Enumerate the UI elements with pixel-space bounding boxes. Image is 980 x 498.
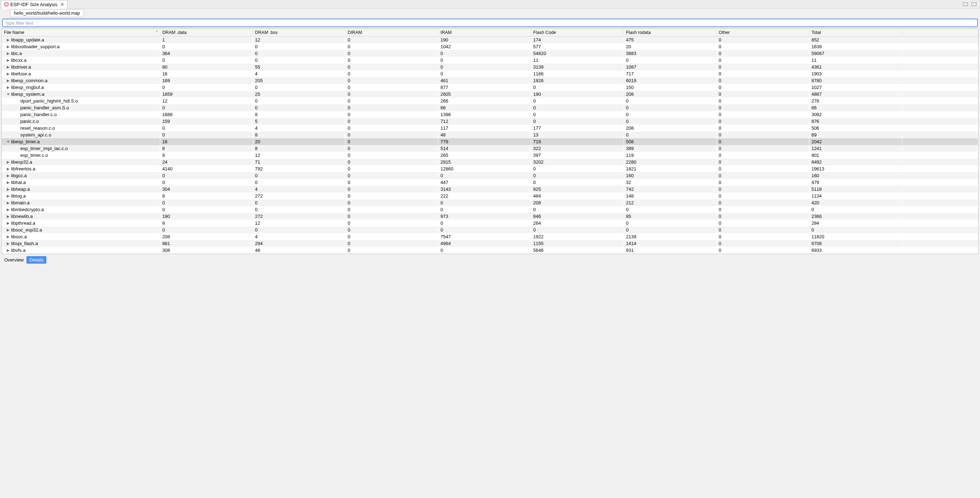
cell-value: 0 [438,50,531,57]
table-row[interactable]: reset_reason.c.o0401171772080506 [2,124,978,131]
cell-value: 0 [253,43,345,50]
chevron-right-icon[interactable]: ▶ [6,248,10,252]
cell-value: 0 [160,179,253,186]
col-header-flash-code[interactable]: Flash Code [531,29,624,37]
table-row[interactable]: ▶libefuse.a16400116671701903 [2,70,978,77]
table-row[interactable]: panic.c.o15950712000876 [2,118,978,124]
chevron-right-icon[interactable]: ▶ [6,201,10,205]
close-icon[interactable]: ✕ [60,2,64,7]
cell-value: 59067 [809,50,902,57]
cell-value: 3202 [531,159,624,165]
chevron-right-icon[interactable]: ▶ [6,228,10,232]
table-row[interactable]: ▶libapp_update.a11201901744750852 [2,37,978,43]
chevron-right-icon[interactable]: ▶ [6,65,10,69]
chevron-right-icon[interactable]: ▶ [6,72,10,76]
cell-value: 2280 [624,159,716,165]
table-row[interactable]: dport_panic_highint_hdl.S.o1200266000278 [2,97,978,104]
file-name: libpthread.a [11,220,35,226]
table-row[interactable]: ▶libpthread.a8120026400284 [2,220,978,227]
table-row[interactable]: ▶libvfs.a3084800564693106933 [2,247,978,254]
chevron-right-icon[interactable]: ▶ [6,221,10,225]
cell-value: 0 [624,97,716,104]
cell-value: 8 [160,145,253,152]
table-row[interactable]: ▼libesp_timer.a1620077971950802042 [2,138,978,145]
tab-overview[interactable]: Overview [2,256,26,263]
table-row[interactable]: ▶libheap.a30440314392574205118 [2,186,978,193]
cell-value: 190 [160,213,253,220]
col-header-total[interactable]: Total [809,29,902,37]
table-row[interactable]: ▶libfreertos.a414079201286001821019613 [2,165,978,172]
chevron-down-icon[interactable]: ▼ [6,140,10,144]
tab-details[interactable]: Details [26,256,46,263]
table-row[interactable]: ▶libbootloader_support.a0001042577200163… [2,43,978,50]
cell-value: 0 [253,97,345,104]
table-row[interactable]: ▶libgcc.a000001600160 [2,172,978,179]
cell-value: 0 [160,206,253,213]
cell-value: 11 [809,57,902,64]
cell-spacer [902,84,978,91]
table-row[interactable]: ▶libhal.a0004470320479 [2,179,978,186]
col-header-dram-data[interactable]: DRAM .data [160,29,253,37]
col-header-other[interactable]: Other [716,29,809,37]
table-row[interactable]: ▶libmain.a00002082120420 [2,200,978,206]
table-row[interactable]: esp_timer.c.o81202653971190801 [2,152,978,159]
cell-spacer [902,165,978,172]
col-header-iram[interactable]: IRAM [438,29,531,37]
table-row[interactable]: ▼libesp_system.a1859250260519020804887 [2,91,978,97]
chevron-right-icon[interactable]: ▶ [6,241,10,246]
file-name: system_api.c.o [20,132,51,137]
chevron-right-icon[interactable]: ▶ [6,45,10,49]
table-row[interactable]: esp_timer_impl_lac.c.o88051432238901241 [2,145,978,152]
cell-value: 160 [809,172,902,179]
cell-value: 12 [253,37,345,43]
cell-value: 148 [624,193,716,200]
breadcrumb[interactable]: hello_world/build/hello-world.map [10,9,84,17]
chevron-right-icon[interactable]: ▶ [6,85,10,89]
minimize-view-icon[interactable] [963,3,968,6]
cell-value: 931 [624,247,716,254]
table-row[interactable]: ▶libnewlib.a19027209738468502366 [2,213,978,220]
chevron-right-icon[interactable]: ▶ [6,180,10,184]
table-row[interactable]: system_api.c.o08048130069 [2,131,978,138]
chevron-right-icon[interactable]: ▶ [6,174,10,177]
col-header-dram-bss[interactable]: DRAM .bss [253,29,345,37]
table-row[interactable]: ▶liblog.a8272022248414801134 [2,193,978,200]
chevron-right-icon[interactable]: ▶ [6,38,10,42]
chevron-down-icon[interactable]: ▼ [6,92,10,96]
cell-value: 190 [531,91,624,97]
cell-value: 0 [345,159,438,165]
table-row[interactable]: panic_handler.c.o16888013960003092 [2,111,978,118]
chevron-right-icon[interactable]: ▶ [6,160,10,164]
chevron-right-icon[interactable]: ▶ [6,51,10,55]
table-row[interactable]: ▶libesp_common.a16920504611926601908780 [2,77,978,84]
chevron-right-icon[interactable]: ▶ [6,214,10,218]
tab-size-analysis[interactable]: ESP-IDF Size Analysis ✕ [1,0,67,9]
chevron-right-icon[interactable]: ▶ [6,167,10,171]
table-row[interactable]: ▶libmbedcrypto.a00000000 [2,206,978,213]
maximize-view-icon[interactable] [971,3,977,6]
table-row[interactable]: ▶libcxx.a0000110011 [2,57,978,64]
chevron-right-icon[interactable]: ▶ [6,58,10,62]
chevron-right-icon[interactable]: ▶ [6,194,10,198]
table-row[interactable]: ▶libc.a364000548203883059067 [2,50,978,57]
filter-input[interactable] [2,19,978,27]
table-row[interactable]: ▶libsoc_esp32.a00000000 [2,227,978,233]
cell-value: 5118 [809,186,902,193]
col-header-flash-rodata[interactable]: Flash rodata [624,29,716,37]
chevron-right-icon[interactable]: ▶ [6,208,10,211]
chevron-right-icon[interactable]: ▶ [6,235,10,239]
cell-spacer [902,240,978,247]
chevron-right-icon[interactable]: ▶ [6,187,10,191]
chevron-right-icon[interactable]: ▶ [6,78,10,83]
col-header-diram[interactable]: DIRAM [345,29,438,37]
table-row[interactable]: ▶libdriver.a8055003139108704361 [2,64,978,70]
cell-value: 0 [809,227,902,233]
table-row[interactable]: panic_handler_asm.S.o0006600066 [2,104,978,111]
col-header-filename[interactable]: File Name ^ [2,29,160,37]
table-row[interactable]: ▶libesp32.a2471029153202228008492 [2,159,978,165]
table-row[interactable]: ▶libsoc.a20840754719222139011820 [2,233,978,240]
table-row[interactable]: ▶libesp_ringbuf.a000877015001027 [2,84,978,91]
cell-value: 159 [160,118,253,124]
bottom-tab-bar: Overview Details [0,255,980,265]
table-row[interactable]: ▶libspi_flash.a881294049641155141408708 [2,240,978,247]
